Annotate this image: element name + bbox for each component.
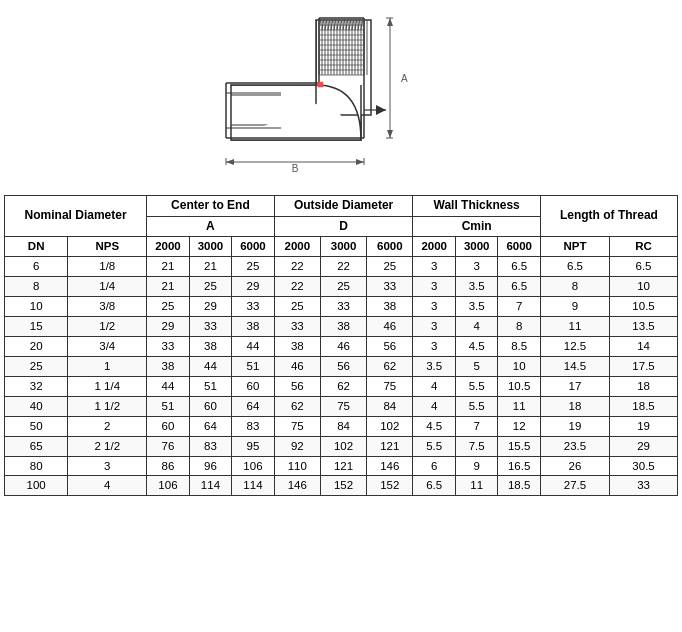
table-cell: 106 xyxy=(147,476,190,496)
table-cell: 25 xyxy=(320,277,366,297)
table-cell: 25 xyxy=(232,257,275,277)
svg-marker-68 xyxy=(387,130,393,138)
table-cell: 18 xyxy=(540,396,609,416)
specifications-table: Nominal Diameter Center to End Outside D… xyxy=(4,195,678,496)
table-row: 80386961061101211466916.52630.5 xyxy=(5,456,678,476)
table-cell: 96 xyxy=(189,456,232,476)
table-cell: 33 xyxy=(189,316,232,336)
a3000-header: 3000 xyxy=(189,237,232,257)
table-cell: 62 xyxy=(320,376,366,396)
table-cell: 75 xyxy=(320,396,366,416)
table-cell: 22 xyxy=(320,257,366,277)
table-cell: 110 xyxy=(274,456,320,476)
rc-header: RC xyxy=(610,237,678,257)
table-row: 50260648375841024.57121919 xyxy=(5,416,678,436)
table-cell: 84 xyxy=(320,416,366,436)
table-cell: 46 xyxy=(320,336,366,356)
table-cell: 2 xyxy=(68,416,147,436)
table-cell: 114 xyxy=(189,476,232,496)
table-cell: 1 1/4 xyxy=(68,376,147,396)
table-row: 652 1/2768395921021215.57.515.523.529 xyxy=(5,436,678,456)
table-cell: 33 xyxy=(610,476,678,496)
table-cell: 64 xyxy=(189,416,232,436)
a2000-header: 2000 xyxy=(147,237,190,257)
table-cell: 80 xyxy=(5,456,68,476)
table-cell: 33 xyxy=(320,297,366,317)
table-cell: 10.5 xyxy=(498,376,541,396)
table-cell: 7 xyxy=(455,416,498,436)
table-cell: 4 xyxy=(455,316,498,336)
c6000-header: 6000 xyxy=(498,237,541,257)
table-cell: 106 xyxy=(232,456,275,476)
table-cell: 9 xyxy=(540,297,609,317)
table-cell: 3.5 xyxy=(455,277,498,297)
table-cell: 22 xyxy=(274,277,320,297)
table-cell: 83 xyxy=(232,416,275,436)
table-cell: 4.5 xyxy=(413,416,456,436)
a6000-header: 6000 xyxy=(232,237,275,257)
table-cell: 17 xyxy=(540,376,609,396)
diagram-area: B A xyxy=(0,0,682,195)
npt-header: NPT xyxy=(540,237,609,257)
table-cell: 83 xyxy=(189,436,232,456)
table-cell: 8 xyxy=(498,316,541,336)
length-of-thread-header: Length of Thread xyxy=(540,196,677,237)
table-cell: 3 xyxy=(413,257,456,277)
d6000-header: 6000 xyxy=(367,237,413,257)
table-row: 10041061141141461521526.51118.527.533 xyxy=(5,476,678,496)
table-cell: 62 xyxy=(274,396,320,416)
table-cell: 102 xyxy=(320,436,366,456)
table-cell: 152 xyxy=(320,476,366,496)
center-to-end-header: Center to End xyxy=(147,196,275,217)
table-cell: 10 xyxy=(498,356,541,376)
table-cell: 1/2 xyxy=(68,316,147,336)
table-cell: 29 xyxy=(189,297,232,317)
table-cell: 32 xyxy=(5,376,68,396)
table-cell: 6 xyxy=(413,456,456,476)
table-cell: 1/4 xyxy=(68,277,147,297)
table-cell: 33 xyxy=(274,316,320,336)
table-cell: 25 xyxy=(5,356,68,376)
table-cell: 6.5 xyxy=(498,277,541,297)
table-cell: 40 xyxy=(5,396,68,416)
table-cell: 46 xyxy=(367,316,413,336)
table-cell: 6.5 xyxy=(540,257,609,277)
table-cell: 92 xyxy=(274,436,320,456)
table-cell: 102 xyxy=(367,416,413,436)
svg-marker-61 xyxy=(226,159,234,165)
table-cell: 33 xyxy=(232,297,275,317)
table-cell: 51 xyxy=(189,376,232,396)
table-cell: 44 xyxy=(147,376,190,396)
table-row: 81/421252922253333.56.5810 xyxy=(5,277,678,297)
table-cell: 13.5 xyxy=(610,316,678,336)
table-cell: 6 xyxy=(5,257,68,277)
table-cell: 10.5 xyxy=(610,297,678,317)
table-cell: 38 xyxy=(320,316,366,336)
table-cell: 25 xyxy=(274,297,320,317)
table-cell: 44 xyxy=(189,356,232,376)
table-cell: 114 xyxy=(232,476,275,496)
table-cell: 30.5 xyxy=(610,456,678,476)
table-cell: 50 xyxy=(5,416,68,436)
table-cell: 12 xyxy=(498,416,541,436)
table-cell: 10 xyxy=(5,297,68,317)
table-cell: 29 xyxy=(610,436,678,456)
table-cell: 76 xyxy=(147,436,190,456)
table-cell: 4 xyxy=(413,396,456,416)
table-cell: 29 xyxy=(147,316,190,336)
table-cell: 64 xyxy=(232,396,275,416)
table-cell: 38 xyxy=(367,297,413,317)
d3000-header: 3000 xyxy=(320,237,366,257)
table-cell: 56 xyxy=(367,336,413,356)
table-cell: 38 xyxy=(274,336,320,356)
sub-a-header: A xyxy=(147,216,275,237)
table-cell: 33 xyxy=(367,277,413,297)
table-cell: 7.5 xyxy=(455,436,498,456)
table-cell: 14 xyxy=(610,336,678,356)
table-cell: 121 xyxy=(367,436,413,456)
table-cell: 5.5 xyxy=(413,436,456,456)
table-cell: 3 xyxy=(68,456,147,476)
c2000-header: 2000 xyxy=(413,237,456,257)
table-cell: 100 xyxy=(5,476,68,496)
table-cell: 8.5 xyxy=(498,336,541,356)
